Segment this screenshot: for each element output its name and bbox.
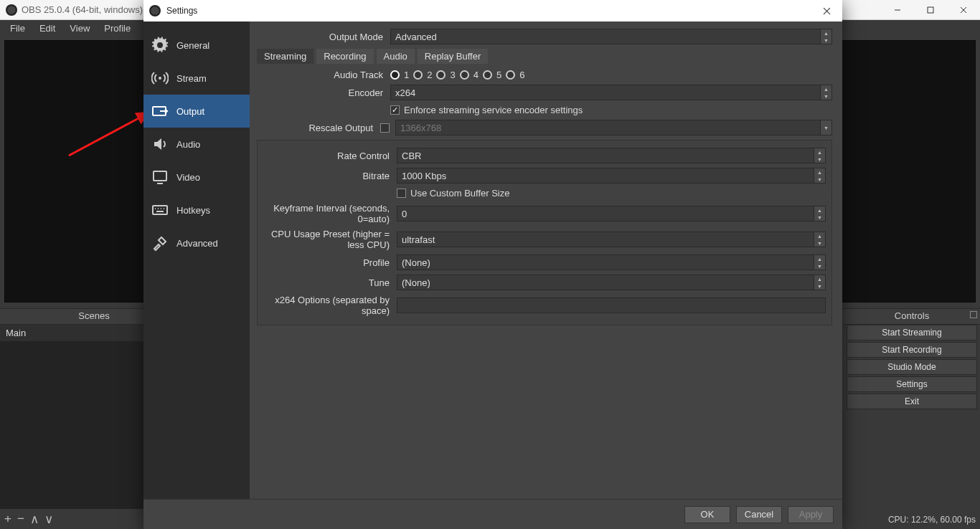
gear-icon xyxy=(151,36,169,54)
audio-track-2-radio[interactable] xyxy=(413,70,423,80)
chevron-up-icon: ▲ xyxy=(821,29,831,37)
cpu-preset-label: CPU Usage Preset (higher = less CPU) xyxy=(263,229,397,250)
dialog-titlebar: Settings xyxy=(143,0,842,22)
tune-select[interactable]: (None)▲▼ xyxy=(397,275,826,290)
ok-button[interactable]: OK xyxy=(684,506,730,523)
sidenav-audio[interactable]: Audio xyxy=(143,128,250,161)
dialog-footer: OK Cancel Apply xyxy=(143,499,842,529)
add-scene-icon[interactable]: + xyxy=(4,512,11,526)
apply-button[interactable]: Apply xyxy=(788,506,834,523)
sidenav-video[interactable]: Video xyxy=(143,161,250,194)
output-mode-select[interactable]: Advanced▲▼ xyxy=(390,29,832,44)
monitor-icon xyxy=(151,168,169,186)
enforce-label: Enforce streaming service encoder settin… xyxy=(404,105,583,115)
chevron-down-icon: ▼ xyxy=(821,37,831,44)
settings-content: Output Mode Advanced▲▼ Streaming Recordi… xyxy=(250,22,842,499)
menu-profile[interactable]: Profile xyxy=(97,22,138,35)
custom-buffer-label: Use Custom Buffer Size xyxy=(410,188,509,199)
maximize-button[interactable] xyxy=(914,0,947,20)
obs-icon xyxy=(149,5,161,16)
rate-control-label: Rate Control xyxy=(263,151,397,161)
enforce-checkbox[interactable] xyxy=(390,105,400,115)
rescale-select[interactable]: 1366x768▼ xyxy=(395,120,832,135)
menu-file[interactable]: File xyxy=(3,22,32,35)
settings-button[interactable]: Settings xyxy=(847,376,977,392)
audio-track-3-radio[interactable] xyxy=(436,70,446,80)
output-mode-label: Output Mode xyxy=(257,32,390,42)
sidenav-stream[interactable]: Stream xyxy=(143,62,250,95)
tab-recording[interactable]: Recording xyxy=(316,49,373,64)
svg-rect-11 xyxy=(153,206,167,214)
audio-track-1-radio[interactable] xyxy=(390,70,400,80)
custom-buffer-checkbox[interactable] xyxy=(397,189,406,198)
close-button[interactable] xyxy=(947,0,980,20)
encoder-label: Encoder xyxy=(257,87,390,98)
bitrate-input[interactable]: 1000 Kbps▲▼ xyxy=(397,168,826,184)
sidenav-hotkeys[interactable]: Hotkeys xyxy=(143,194,250,227)
keyboard-icon xyxy=(151,201,169,219)
encoder-settings-group: Rate Control CBR▲▼ Bitrate 1000 Kbps▲▼ U… xyxy=(257,140,832,325)
status-text: CPU: 12.2%, 60.00 fps xyxy=(888,515,976,525)
start-recording-button[interactable]: Start Recording xyxy=(847,342,977,358)
x264-options-input[interactable] xyxy=(397,297,826,313)
audio-track-label: Audio Track xyxy=(257,70,390,80)
keyframe-input[interactable]: 0▲▼ xyxy=(397,206,826,221)
cancel-button[interactable]: Cancel xyxy=(736,506,782,523)
main-window-title: OBS 25.0.4 (64-bit, windows) - P xyxy=(22,4,157,15)
popout-icon[interactable] xyxy=(970,311,977,318)
x264-options-label: x264 Options (separated by space) xyxy=(263,295,397,316)
sidenav-general[interactable]: General xyxy=(143,29,250,62)
sidenav-advanced[interactable]: Advanced xyxy=(143,227,250,259)
scene-down-icon[interactable]: ∨ xyxy=(44,512,53,527)
scene-up-icon[interactable]: ∧ xyxy=(30,512,39,527)
audio-track-5-radio[interactable] xyxy=(483,70,492,80)
dialog-close-button[interactable] xyxy=(811,0,842,22)
tab-replay-buffer[interactable]: Replay Buffer xyxy=(418,49,489,64)
settings-dialog: Settings General Stream Output Audio Vid… xyxy=(143,0,842,529)
tab-audio[interactable]: Audio xyxy=(377,49,415,64)
exit-button[interactable]: Exit xyxy=(847,394,977,409)
rescale-label: Rescale Output xyxy=(257,123,380,133)
rate-control-select[interactable]: CBR▲▼ xyxy=(397,148,826,163)
svg-rect-9 xyxy=(154,171,166,181)
bitrate-label: Bitrate xyxy=(263,171,397,181)
encoder-select[interactable]: x264▲▼ xyxy=(390,85,832,100)
controls-panel: Controls Start Streaming Start Recording… xyxy=(844,308,980,529)
profile-label: Profile xyxy=(263,257,397,268)
keyframe-label: Keyframe Interval (seconds, 0=auto) xyxy=(263,203,397,224)
controls-title: Controls xyxy=(844,309,980,325)
minimize-button[interactable] xyxy=(881,0,914,20)
remove-scene-icon[interactable]: − xyxy=(17,512,24,526)
svg-rect-1 xyxy=(928,7,933,13)
settings-sidenav: General Stream Output Audio Video Hotkey… xyxy=(143,22,250,499)
cpu-preset-select[interactable]: ultrafast▲▼ xyxy=(397,232,826,247)
studio-mode-button[interactable]: Studio Mode xyxy=(847,359,977,375)
broadcast-icon xyxy=(151,69,169,87)
rescale-checkbox[interactable] xyxy=(380,123,390,133)
dialog-title: Settings xyxy=(166,6,197,16)
menu-view[interactable]: View xyxy=(62,22,97,35)
start-streaming-button[interactable]: Start Streaming xyxy=(847,325,977,340)
audio-track-6-radio[interactable] xyxy=(506,70,515,80)
profile-select[interactable]: (None)▲▼ xyxy=(397,254,826,270)
tab-streaming[interactable]: Streaming xyxy=(257,49,314,64)
tools-icon xyxy=(151,234,169,252)
obs-icon xyxy=(6,4,17,16)
menu-edit[interactable]: Edit xyxy=(32,22,62,35)
tune-label: Tune xyxy=(263,277,397,288)
svg-point-7 xyxy=(159,77,161,80)
sidenav-output[interactable]: Output xyxy=(143,95,250,128)
audio-track-4-radio[interactable] xyxy=(460,70,469,80)
speaker-icon xyxy=(151,135,169,153)
output-icon xyxy=(151,102,169,120)
